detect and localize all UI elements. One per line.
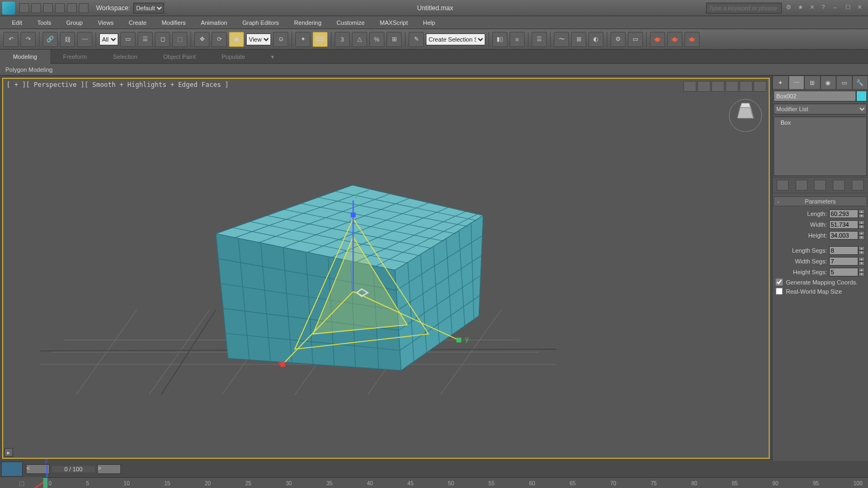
app-logo-icon[interactable] [2,2,15,15]
menu-group[interactable]: Group [59,19,91,26]
favorites-icon[interactable]: ★ [798,4,806,12]
viewport-expand-icon[interactable]: ▸ [4,448,13,457]
object-color-swatch[interactable] [856,91,867,101]
menu-rendering[interactable]: Rendering [287,19,329,26]
length-input[interactable] [829,209,858,218]
show-end-result-icon[interactable] [796,180,808,191]
link-icon[interactable] [79,3,89,13]
select-object-button[interactable]: ▭ [120,32,135,47]
width-segs-input[interactable] [829,257,858,266]
ribbon-tab-freeform[interactable]: Freeform [50,50,100,64]
move-button[interactable]: ✥ [194,32,209,47]
menu-maxscript[interactable]: MAXScript [372,19,416,26]
ref-coord-dropdown[interactable]: View [246,33,271,45]
render-button[interactable]: 🫖 [650,32,665,47]
display-tab-icon[interactable]: ▭ [836,76,852,90]
render-iterative-button[interactable]: 🫖 [684,32,700,47]
save-icon[interactable] [43,3,53,13]
object-name-input[interactable] [774,91,856,101]
selection-filter-dropdown[interactable]: All [99,33,118,45]
ribbon-tab-populate[interactable]: Populate [208,50,257,64]
exchange-icon[interactable]: ✕ [810,4,818,12]
timeline-current-marker[interactable] [43,478,48,488]
utilities-tab-icon[interactable]: 🔧 [852,76,869,90]
keyboard-shortcut-toggle[interactable]: ⌨ [313,32,328,47]
percent-snap-button[interactable]: % [369,32,384,47]
redo-icon[interactable] [67,3,77,13]
configure-sets-icon[interactable] [852,180,864,191]
length-spinner-down[interactable]: ▼ [858,214,865,218]
ribbon-tab-modeling[interactable]: Modeling [0,50,50,64]
select-by-name-button[interactable]: ☰ [138,32,153,47]
lsegs-spinner-down[interactable]: ▼ [858,250,865,255]
menu-modifiers[interactable]: Modifiers [154,19,193,26]
signin-icon[interactable]: ⚙ [786,4,795,12]
hsegs-spinner-up[interactable]: ▲ [858,268,865,272]
named-selection-dropdown[interactable]: Create Selection Se [426,33,485,45]
curve-editor-button[interactable]: 〜 [554,32,569,47]
new-icon[interactable] [19,3,29,13]
hsegs-spinner-down[interactable]: ▼ [858,272,865,276]
rollout-collapse-icon[interactable]: - [777,198,779,205]
width-spinner-down[interactable]: ▼ [858,225,865,229]
motion-tab-icon[interactable]: ◉ [820,76,837,90]
make-unique-icon[interactable] [814,180,826,191]
render-frame-button[interactable]: ▭ [628,32,643,47]
menu-graph-editors[interactable]: Graph Editors [235,19,287,26]
ribbon-expand-icon[interactable]: ▾ [258,50,287,64]
redo-button[interactable]: ↷ [21,32,36,47]
edit-named-selection-button[interactable]: ✎ [409,32,424,47]
select-region-window-button[interactable]: ⬚ [172,32,187,47]
remove-modifier-icon[interactable] [833,180,845,191]
menu-customize[interactable]: Customize [329,19,372,26]
height-segs-input[interactable] [829,268,858,276]
timeline-ruler[interactable]: 0510152025303540455055606570758085909510… [43,477,868,488]
wsegs-spinner-up[interactable]: ▲ [858,257,865,261]
real-world-checkbox[interactable] [776,288,783,295]
maximize-icon[interactable]: ☐ [845,4,854,12]
mirror-button[interactable]: ▮▯ [492,32,507,47]
help-search-input[interactable] [706,3,782,13]
link-button[interactable]: 🔗 [43,32,58,47]
open-icon[interactable] [31,3,41,13]
menu-create[interactable]: Create [121,19,154,26]
viewport[interactable]: [ + ][ Perspective ][ Smooth + Highlight… [2,78,770,459]
menu-animation[interactable]: Animation [193,19,235,26]
menu-help[interactable]: Help [416,19,443,26]
width-spinner-up[interactable]: ▲ [858,220,865,225]
hierarchy-tab-icon[interactable]: ⊞ [804,76,820,90]
undo-button[interactable]: ↶ [3,32,18,47]
menu-tools[interactable]: Tools [30,19,59,26]
pin-stack-icon[interactable] [777,180,789,191]
modifier-stack[interactable]: Box [774,117,867,176]
close-icon[interactable]: ✕ [857,4,866,12]
height-spinner-down[interactable]: ▼ [858,235,865,240]
spinner-snap-button[interactable]: ⊞ [386,32,402,47]
modifier-list-dropdown[interactable]: Modifier List [774,104,867,114]
parameters-rollout-title[interactable]: - Parameters [774,196,867,206]
menu-views[interactable]: Views [90,19,121,26]
rotate-button[interactable]: ⟳ [212,32,227,47]
lsegs-spinner-up[interactable]: ▲ [858,246,865,250]
height-input[interactable] [829,231,858,240]
workspace-dropdown[interactable]: Default [133,3,164,13]
material-editor-button[interactable]: ◐ [588,32,603,47]
menu-edit[interactable]: Edit [4,19,30,26]
select-region-rect-button[interactable]: ◻ [155,32,170,47]
length-spinner-up[interactable]: ▲ [858,209,865,214]
length-segs-input[interactable] [829,246,858,255]
undo-icon[interactable] [55,3,65,13]
wsegs-spinner-down[interactable]: ▼ [858,261,865,266]
gen-mapping-checkbox[interactable] [776,279,783,286]
minimize-icon[interactable]: – [833,4,842,12]
scale-button[interactable]: ▣ [229,32,244,47]
viewport-canvas[interactable]: z y x z y x [3,79,769,488]
help-icon[interactable]: ? [822,4,830,12]
unlink-button[interactable]: ⛓ [60,32,75,47]
modify-tab-icon[interactable]: 〰 [789,76,805,90]
width-input[interactable] [829,220,858,229]
render-production-button[interactable]: 🫖 [667,32,682,47]
manipulate-button[interactable]: ✦ [295,32,310,47]
pivot-center-button[interactable]: ⊙ [273,32,288,47]
render-setup-button[interactable]: ⚙ [611,32,626,47]
